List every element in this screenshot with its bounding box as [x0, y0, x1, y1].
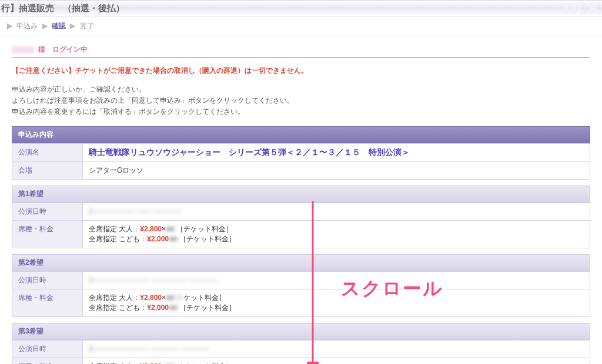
- wish-header-3: 第3希望: [12, 323, 590, 340]
- event-name-label: 公演名: [12, 143, 83, 161]
- performance-date-masked: 2———————— ———— ————: [89, 345, 209, 353]
- guidance-line: 申込み内容を変更するには「取消する」ボタンをクリックしてください。: [12, 106, 590, 117]
- seat-price-label: 席種・料金: [12, 358, 83, 364]
- performance-date-masked: 2—————— —— ————: [89, 207, 181, 215]
- table-row: 公演日時 2———————— ———— ————: [12, 340, 590, 358]
- wish-table: 公演日時 2—————— —— ———— 席種・料金 全席指定 大人：¥2,80…: [12, 203, 590, 248]
- guidance-line: 申込み内容が正しいか、ご確認ください。: [12, 84, 590, 95]
- seat-price-label: 席種・料金: [12, 220, 83, 248]
- wish-table: 公演日時 2———————— ————— ———— 席種・料金 全席指定 大人：…: [12, 271, 590, 317]
- login-row: 様 ログイン中: [12, 45, 590, 58]
- user-honorific: 様: [38, 45, 45, 53]
- table-row: 公演日時 2———————— ————— ————: [12, 271, 590, 289]
- chevron-right-icon: ▶: [7, 22, 12, 30]
- chevron-right-icon: ▶: [42, 22, 48, 30]
- seat-price-value: 全席指定 大人：¥2,800×■■ ［チケット料金］ 全席指定 こども：¥2,0…: [83, 220, 590, 248]
- table-row: 公演名 騎士竜戦隊リュウソウジャーショー シリーズ第５弾＜２／１〜３／１５ 特別…: [12, 143, 590, 161]
- breadcrumb-step-done: 完了: [80, 22, 94, 30]
- page-title: 行】抽選販売 （抽選・後払）: [0, 3, 125, 13]
- seat-price-value: 全席指定 大人：¥2,800×■■ ［チケット料金］ 全席指定 こども：¥2,0…: [83, 358, 590, 364]
- table-row: 席種・料金 全席指定 大人：¥2,800×■■ ［チケット料金］ 全席指定 こど…: [12, 220, 590, 248]
- event-name-value: 騎士竜戦隊リュウソウジャーショー シリーズ第５弾＜２／１〜３／１５ 特別公演＞: [89, 147, 410, 157]
- logo-ghost-text: TICK: [561, 0, 602, 18]
- performance-date-label: 公演日時: [12, 203, 83, 220]
- seat-price-value: 全席指定 大人：¥2,800×■■ チケット料金］ 全席指定 こども：¥2,00…: [83, 289, 590, 316]
- wish-table: 公演日時 2———————— ———— ———— 席種・料金 全席指定 大人：¥…: [12, 340, 590, 364]
- seat-price-label: 席種・料金: [12, 289, 83, 316]
- event-info-table: 公演名 騎士竜戦隊リュウソウジャーショー シリーズ第５弾＜２／１〜３／１５ 特別…: [12, 143, 590, 180]
- venue-label: 会場: [12, 161, 83, 179]
- table-row: 席種・料金 全席指定 大人：¥2,800×■■ ［チケット料金］ 全席指定 こど…: [12, 358, 590, 364]
- wish-header-1: 第1希望: [12, 186, 590, 203]
- wish-header-2: 第2希望: [12, 254, 590, 271]
- breadcrumb: ▶ 申込み ▶ 確認 ▶ 完了: [0, 16, 602, 36]
- performance-date-masked: 2———————— ————— ————: [89, 276, 216, 284]
- page-header: 行】抽選販売 （抽選・後払） TICK: [0, 0, 602, 16]
- table-row: 席種・料金 全席指定 大人：¥2,800×■■ チケット料金］ 全席指定 こども…: [12, 289, 590, 316]
- warning-notice: 【ご注意ください】チケットがご用意できた場合の取消し（購入の辞退）は一切できませ…: [12, 66, 590, 76]
- chevron-right-icon: ▶: [70, 22, 75, 30]
- table-row: 公演日時 2—————— —— ————: [12, 203, 590, 220]
- user-name-masked: [12, 46, 34, 53]
- section-header-application: 申込み内容: [12, 126, 590, 143]
- guidance-text: 申込み内容が正しいか、ご確認ください。 よろしければ注意事項をお読みの上「同意し…: [12, 84, 590, 118]
- table-row: 会場 シアターGロッソ: [12, 161, 590, 179]
- venue-value: シアターGロッソ: [83, 161, 590, 179]
- guidance-line: よろしければ注意事項をお読みの上「同意して申込み」ボタンをクリックしてください。: [12, 95, 590, 106]
- breadcrumb-step-apply: 申込み: [16, 22, 38, 30]
- performance-date-label: 公演日時: [12, 340, 83, 358]
- performance-date-label: 公演日時: [12, 271, 83, 289]
- login-status: ログイン中: [52, 45, 88, 53]
- breadcrumb-step-confirm: 確認: [52, 22, 66, 30]
